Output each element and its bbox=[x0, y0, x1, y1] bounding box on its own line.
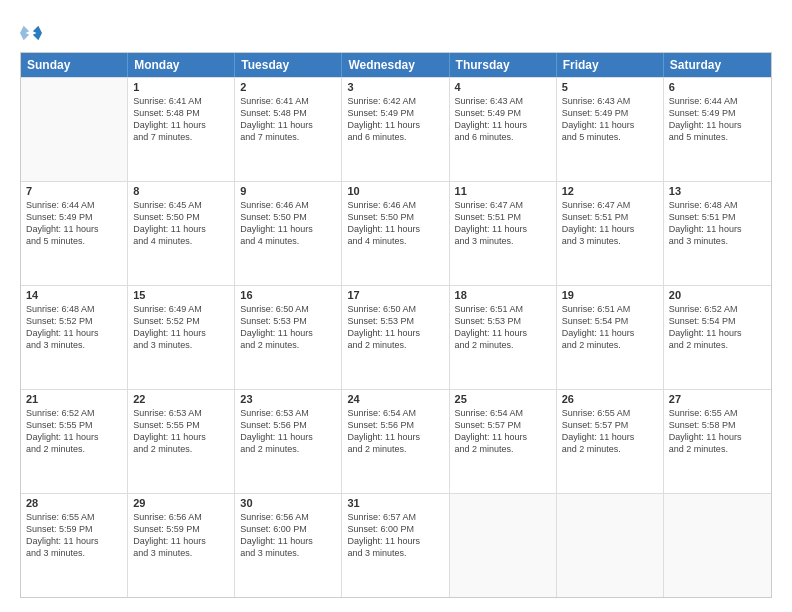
svg-marker-1 bbox=[20, 26, 29, 41]
day-number: 15 bbox=[133, 289, 229, 301]
logo-icon bbox=[20, 22, 42, 44]
day-info: Sunrise: 6:56 AM Sunset: 5:59 PM Dayligh… bbox=[133, 511, 229, 560]
page: SundayMondayTuesdayWednesdayThursdayFrid… bbox=[0, 0, 792, 612]
day-info: Sunrise: 6:41 AM Sunset: 5:48 PM Dayligh… bbox=[240, 95, 336, 144]
calendar-cell bbox=[557, 494, 664, 597]
day-number: 17 bbox=[347, 289, 443, 301]
day-number: 14 bbox=[26, 289, 122, 301]
calendar-cell: 15Sunrise: 6:49 AM Sunset: 5:52 PM Dayli… bbox=[128, 286, 235, 389]
calendar-cell: 14Sunrise: 6:48 AM Sunset: 5:52 PM Dayli… bbox=[21, 286, 128, 389]
calendar-cell bbox=[450, 494, 557, 597]
day-number: 7 bbox=[26, 185, 122, 197]
day-number: 18 bbox=[455, 289, 551, 301]
day-info: Sunrise: 6:47 AM Sunset: 5:51 PM Dayligh… bbox=[455, 199, 551, 248]
header-day-thursday: Thursday bbox=[450, 53, 557, 77]
day-info: Sunrise: 6:46 AM Sunset: 5:50 PM Dayligh… bbox=[347, 199, 443, 248]
calendar-cell: 27Sunrise: 6:55 AM Sunset: 5:58 PM Dayli… bbox=[664, 390, 771, 493]
calendar-cell: 17Sunrise: 6:50 AM Sunset: 5:53 PM Dayli… bbox=[342, 286, 449, 389]
day-number: 11 bbox=[455, 185, 551, 197]
calendar-cell bbox=[21, 78, 128, 181]
day-number: 5 bbox=[562, 81, 658, 93]
calendar-cell: 18Sunrise: 6:51 AM Sunset: 5:53 PM Dayli… bbox=[450, 286, 557, 389]
calendar-cell: 11Sunrise: 6:47 AM Sunset: 5:51 PM Dayli… bbox=[450, 182, 557, 285]
day-info: Sunrise: 6:48 AM Sunset: 5:51 PM Dayligh… bbox=[669, 199, 766, 248]
day-number: 25 bbox=[455, 393, 551, 405]
calendar-cell: 8Sunrise: 6:45 AM Sunset: 5:50 PM Daylig… bbox=[128, 182, 235, 285]
header-day-friday: Friday bbox=[557, 53, 664, 77]
header-day-monday: Monday bbox=[128, 53, 235, 77]
header-day-wednesday: Wednesday bbox=[342, 53, 449, 77]
day-number: 4 bbox=[455, 81, 551, 93]
calendar-cell: 19Sunrise: 6:51 AM Sunset: 5:54 PM Dayli… bbox=[557, 286, 664, 389]
day-info: Sunrise: 6:49 AM Sunset: 5:52 PM Dayligh… bbox=[133, 303, 229, 352]
day-number: 19 bbox=[562, 289, 658, 301]
calendar-cell: 23Sunrise: 6:53 AM Sunset: 5:56 PM Dayli… bbox=[235, 390, 342, 493]
calendar-cell: 10Sunrise: 6:46 AM Sunset: 5:50 PM Dayli… bbox=[342, 182, 449, 285]
calendar-cell: 5Sunrise: 6:43 AM Sunset: 5:49 PM Daylig… bbox=[557, 78, 664, 181]
calendar-header: SundayMondayTuesdayWednesdayThursdayFrid… bbox=[21, 53, 771, 77]
day-info: Sunrise: 6:47 AM Sunset: 5:51 PM Dayligh… bbox=[562, 199, 658, 248]
day-info: Sunrise: 6:55 AM Sunset: 5:59 PM Dayligh… bbox=[26, 511, 122, 560]
day-info: Sunrise: 6:52 AM Sunset: 5:54 PM Dayligh… bbox=[669, 303, 766, 352]
calendar-cell: 26Sunrise: 6:55 AM Sunset: 5:57 PM Dayli… bbox=[557, 390, 664, 493]
day-info: Sunrise: 6:54 AM Sunset: 5:56 PM Dayligh… bbox=[347, 407, 443, 456]
day-number: 22 bbox=[133, 393, 229, 405]
calendar-cell: 31Sunrise: 6:57 AM Sunset: 6:00 PM Dayli… bbox=[342, 494, 449, 597]
day-info: Sunrise: 6:48 AM Sunset: 5:52 PM Dayligh… bbox=[26, 303, 122, 352]
calendar-cell: 2Sunrise: 6:41 AM Sunset: 5:48 PM Daylig… bbox=[235, 78, 342, 181]
day-info: Sunrise: 6:45 AM Sunset: 5:50 PM Dayligh… bbox=[133, 199, 229, 248]
day-number: 24 bbox=[347, 393, 443, 405]
calendar-row-5: 28Sunrise: 6:55 AM Sunset: 5:59 PM Dayli… bbox=[21, 493, 771, 597]
calendar-cell: 25Sunrise: 6:54 AM Sunset: 5:57 PM Dayli… bbox=[450, 390, 557, 493]
day-number: 27 bbox=[669, 393, 766, 405]
calendar-row-4: 21Sunrise: 6:52 AM Sunset: 5:55 PM Dayli… bbox=[21, 389, 771, 493]
day-number: 9 bbox=[240, 185, 336, 197]
logo bbox=[20, 22, 44, 44]
day-number: 31 bbox=[347, 497, 443, 509]
calendar-cell: 1Sunrise: 6:41 AM Sunset: 5:48 PM Daylig… bbox=[128, 78, 235, 181]
calendar-cell: 22Sunrise: 6:53 AM Sunset: 5:55 PM Dayli… bbox=[128, 390, 235, 493]
day-number: 12 bbox=[562, 185, 658, 197]
calendar-row-3: 14Sunrise: 6:48 AM Sunset: 5:52 PM Dayli… bbox=[21, 285, 771, 389]
day-number: 21 bbox=[26, 393, 122, 405]
calendar-row-2: 7Sunrise: 6:44 AM Sunset: 5:49 PM Daylig… bbox=[21, 181, 771, 285]
day-number: 8 bbox=[133, 185, 229, 197]
day-number: 20 bbox=[669, 289, 766, 301]
day-info: Sunrise: 6:53 AM Sunset: 5:55 PM Dayligh… bbox=[133, 407, 229, 456]
calendar-cell: 30Sunrise: 6:56 AM Sunset: 6:00 PM Dayli… bbox=[235, 494, 342, 597]
day-number: 28 bbox=[26, 497, 122, 509]
calendar: SundayMondayTuesdayWednesdayThursdayFrid… bbox=[20, 52, 772, 598]
day-info: Sunrise: 6:51 AM Sunset: 5:54 PM Dayligh… bbox=[562, 303, 658, 352]
calendar-cell: 28Sunrise: 6:55 AM Sunset: 5:59 PM Dayli… bbox=[21, 494, 128, 597]
day-info: Sunrise: 6:57 AM Sunset: 6:00 PM Dayligh… bbox=[347, 511, 443, 560]
day-info: Sunrise: 6:44 AM Sunset: 5:49 PM Dayligh… bbox=[26, 199, 122, 248]
day-number: 30 bbox=[240, 497, 336, 509]
calendar-cell: 20Sunrise: 6:52 AM Sunset: 5:54 PM Dayli… bbox=[664, 286, 771, 389]
day-info: Sunrise: 6:44 AM Sunset: 5:49 PM Dayligh… bbox=[669, 95, 766, 144]
day-info: Sunrise: 6:43 AM Sunset: 5:49 PM Dayligh… bbox=[455, 95, 551, 144]
header-day-saturday: Saturday bbox=[664, 53, 771, 77]
day-info: Sunrise: 6:53 AM Sunset: 5:56 PM Dayligh… bbox=[240, 407, 336, 456]
day-info: Sunrise: 6:50 AM Sunset: 5:53 PM Dayligh… bbox=[240, 303, 336, 352]
calendar-cell: 4Sunrise: 6:43 AM Sunset: 5:49 PM Daylig… bbox=[450, 78, 557, 181]
day-number: 16 bbox=[240, 289, 336, 301]
calendar-cell: 3Sunrise: 6:42 AM Sunset: 5:49 PM Daylig… bbox=[342, 78, 449, 181]
day-info: Sunrise: 6:55 AM Sunset: 5:58 PM Dayligh… bbox=[669, 407, 766, 456]
calendar-cell: 29Sunrise: 6:56 AM Sunset: 5:59 PM Dayli… bbox=[128, 494, 235, 597]
svg-marker-0 bbox=[33, 26, 42, 41]
day-info: Sunrise: 6:50 AM Sunset: 5:53 PM Dayligh… bbox=[347, 303, 443, 352]
day-info: Sunrise: 6:56 AM Sunset: 6:00 PM Dayligh… bbox=[240, 511, 336, 560]
calendar-cell: 24Sunrise: 6:54 AM Sunset: 5:56 PM Dayli… bbox=[342, 390, 449, 493]
calendar-row-1: 1Sunrise: 6:41 AM Sunset: 5:48 PM Daylig… bbox=[21, 77, 771, 181]
calendar-body: 1Sunrise: 6:41 AM Sunset: 5:48 PM Daylig… bbox=[21, 77, 771, 597]
day-number: 6 bbox=[669, 81, 766, 93]
calendar-cell: 7Sunrise: 6:44 AM Sunset: 5:49 PM Daylig… bbox=[21, 182, 128, 285]
day-number: 23 bbox=[240, 393, 336, 405]
day-info: Sunrise: 6:43 AM Sunset: 5:49 PM Dayligh… bbox=[562, 95, 658, 144]
calendar-cell: 13Sunrise: 6:48 AM Sunset: 5:51 PM Dayli… bbox=[664, 182, 771, 285]
day-info: Sunrise: 6:42 AM Sunset: 5:49 PM Dayligh… bbox=[347, 95, 443, 144]
day-info: Sunrise: 6:41 AM Sunset: 5:48 PM Dayligh… bbox=[133, 95, 229, 144]
day-number: 1 bbox=[133, 81, 229, 93]
day-number: 10 bbox=[347, 185, 443, 197]
day-number: 29 bbox=[133, 497, 229, 509]
